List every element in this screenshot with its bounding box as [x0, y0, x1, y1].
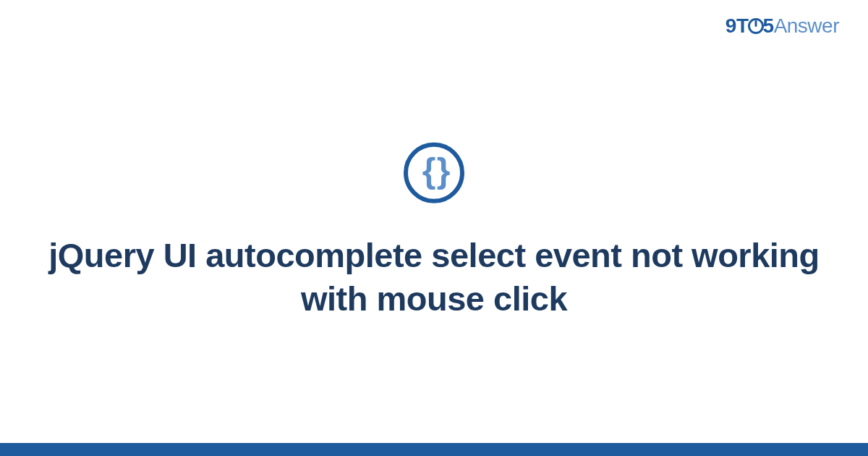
logo-part-9t: 9T	[726, 14, 749, 37]
logo-part-answer: Answer	[774, 14, 839, 37]
question-title: jQuery UI autocomplete select event not …	[43, 234, 825, 321]
clock-icon	[748, 18, 764, 34]
site-logo[interactable]: 9T5Answer	[726, 14, 839, 38]
code-braces-icon: { }	[422, 153, 446, 188]
main-content: { } jQuery UI autocomplete select event …	[43, 143, 825, 321]
footer-bar	[0, 443, 868, 456]
category-icon-circle: { }	[404, 143, 464, 203]
logo-part-5: 5	[763, 14, 774, 37]
